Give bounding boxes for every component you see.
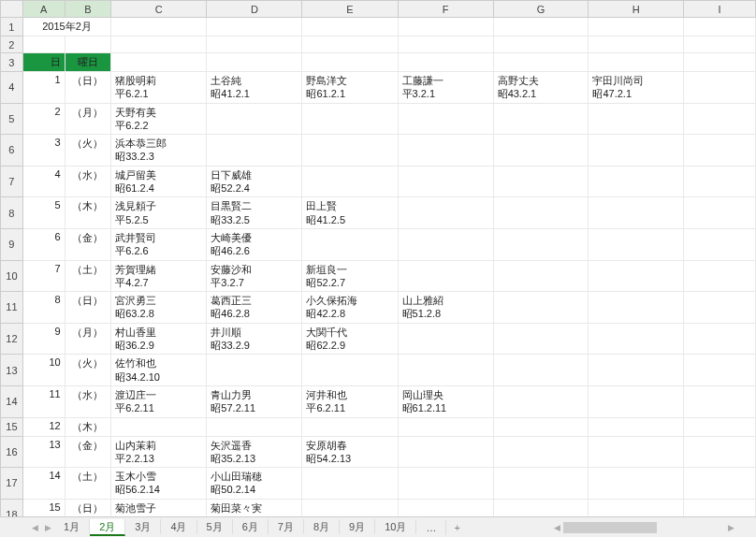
data-cell[interactable]: 高野丈夫 昭43.2.1 bbox=[493, 72, 589, 104]
data-cell[interactable] bbox=[589, 197, 684, 229]
tab-nav-prev[interactable]: ◀ bbox=[28, 523, 41, 532]
data-cell[interactable]: 山上雅紹 昭51.2.8 bbox=[398, 292, 493, 324]
data-cell[interactable] bbox=[398, 197, 493, 229]
row-header[interactable]: 16 bbox=[1, 436, 23, 468]
data-cell[interactable] bbox=[493, 436, 589, 468]
row-header[interactable]: 10 bbox=[1, 260, 23, 292]
data-cell[interactable] bbox=[398, 135, 493, 167]
data-cell[interactable]: 渡辺庄一 平6.2.11 bbox=[111, 385, 207, 417]
sheet-tab[interactable]: 3月 bbox=[125, 519, 161, 534]
data-cell[interactable] bbox=[493, 166, 589, 197]
sheet-tab[interactable]: 2月 bbox=[90, 519, 125, 536]
data-cell[interactable]: 玉木小雪 昭56.2.14 bbox=[111, 468, 207, 500]
row-header[interactable]: 12 bbox=[1, 323, 23, 355]
data-cell[interactable]: 田上賢 昭41.2.5 bbox=[302, 197, 398, 229]
data-cell[interactable] bbox=[398, 166, 493, 197]
data-cell[interactable]: 安藤沙和 平3.2.7 bbox=[207, 260, 302, 292]
header-day[interactable]: 日 bbox=[22, 53, 65, 72]
data-cell[interactable]: 井川順 昭33.2.9 bbox=[207, 323, 302, 355]
data-cell[interactable] bbox=[493, 292, 589, 324]
data-cell[interactable]: 城戸留美 昭61.2.4 bbox=[111, 166, 207, 197]
title-cell[interactable]: 2015年2月 bbox=[22, 18, 110, 36]
weekday-cell[interactable]: （水） bbox=[65, 385, 111, 417]
data-cell[interactable] bbox=[493, 499, 589, 518]
col-header-G[interactable]: G bbox=[493, 1, 589, 18]
sheet-tab[interactable]: 1月 bbox=[54, 519, 90, 534]
data-cell[interactable] bbox=[207, 417, 302, 436]
data-cell[interactable] bbox=[302, 499, 398, 518]
day-cell[interactable]: 12 bbox=[22, 417, 65, 436]
tab-add-icon[interactable]: + bbox=[446, 520, 467, 535]
data-cell[interactable]: 岡山理央 昭61.2.11 bbox=[398, 385, 493, 417]
data-cell[interactable] bbox=[493, 135, 589, 167]
day-cell[interactable]: 5 bbox=[22, 197, 65, 229]
data-cell[interactable] bbox=[302, 468, 398, 500]
data-cell[interactable] bbox=[589, 260, 684, 292]
data-cell[interactable] bbox=[493, 103, 589, 135]
data-cell[interactable] bbox=[589, 323, 684, 355]
day-cell[interactable]: 13 bbox=[22, 436, 65, 468]
data-cell[interactable] bbox=[493, 417, 589, 436]
data-cell[interactable] bbox=[302, 355, 398, 386]
data-cell[interactable] bbox=[589, 166, 684, 197]
weekday-cell[interactable]: （金） bbox=[65, 228, 111, 260]
weekday-cell[interactable]: （木） bbox=[65, 197, 111, 229]
horizontal-scrollbar[interactable]: ◀ ▶ bbox=[550, 518, 737, 537]
data-cell[interactable]: 芳賀理緒 平4.2.7 bbox=[111, 260, 207, 292]
data-cell[interactable]: 佐竹和也 昭34.2.10 bbox=[111, 355, 207, 386]
data-cell[interactable]: 村山香里 昭36.2.9 bbox=[111, 323, 207, 355]
data-cell[interactable] bbox=[207, 355, 302, 386]
data-cell[interactable] bbox=[493, 468, 589, 500]
data-cell[interactable]: 工藤謙一 平3.2.1 bbox=[398, 72, 493, 104]
weekday-cell[interactable]: （月） bbox=[65, 323, 111, 355]
data-cell[interactable]: 天野有美 平6.2.2 bbox=[111, 103, 207, 135]
data-cell[interactable] bbox=[398, 355, 493, 386]
sheet-tab[interactable]: 4月 bbox=[161, 519, 196, 534]
data-cell[interactable]: 宮沢勇三 昭63.2.8 bbox=[111, 292, 207, 324]
spreadsheet-grid[interactable]: A B C D E F G H I 1 2015年2月 2 3 日 曜日 41（… bbox=[0, 0, 756, 518]
data-cell[interactable] bbox=[398, 468, 493, 500]
data-cell[interactable]: 大崎美優 昭46.2.6 bbox=[207, 228, 302, 260]
row-header[interactable]: 2 bbox=[1, 36, 23, 53]
data-cell[interactable] bbox=[398, 260, 493, 292]
col-header-A[interactable]: A bbox=[22, 1, 65, 18]
row-header[interactable]: 15 bbox=[1, 417, 23, 436]
row-header[interactable]: 7 bbox=[1, 166, 23, 197]
data-cell[interactable]: 新垣良一 昭52.2.7 bbox=[302, 260, 398, 292]
row-header[interactable]: 1 bbox=[1, 18, 23, 36]
sheet-tab[interactable]: 6月 bbox=[233, 519, 269, 534]
data-cell[interactable] bbox=[589, 135, 684, 167]
col-header-E[interactable]: E bbox=[302, 1, 398, 18]
data-cell[interactable] bbox=[302, 417, 398, 436]
data-cell[interactable] bbox=[207, 103, 302, 135]
data-cell[interactable] bbox=[493, 323, 589, 355]
data-cell[interactable] bbox=[493, 228, 589, 260]
data-cell[interactable] bbox=[398, 323, 493, 355]
weekday-cell[interactable]: （木） bbox=[65, 417, 111, 436]
data-cell[interactable]: 菊田菜々実 昭30.2.15 bbox=[207, 499, 302, 518]
weekday-cell[interactable]: （日） bbox=[65, 499, 111, 518]
data-cell[interactable]: 日下威雄 昭52.2.4 bbox=[207, 166, 302, 197]
col-header-H[interactable]: H bbox=[589, 1, 684, 18]
col-header-D[interactable]: D bbox=[207, 1, 302, 18]
col-header-B[interactable]: B bbox=[65, 1, 111, 18]
data-cell[interactable] bbox=[493, 197, 589, 229]
data-cell[interactable] bbox=[589, 417, 684, 436]
data-cell[interactable]: 安原胡春 昭54.2.13 bbox=[302, 436, 398, 468]
data-cell[interactable] bbox=[589, 385, 684, 417]
weekday-cell[interactable]: （月） bbox=[65, 103, 111, 135]
data-cell[interactable]: 矢沢遥香 昭35.2.13 bbox=[207, 436, 302, 468]
data-cell[interactable]: 菊池雪子 昭52.2.15 bbox=[111, 499, 207, 518]
sheet-tab[interactable]: 8月 bbox=[304, 519, 340, 534]
data-cell[interactable]: 猪股明莉 平6.2.1 bbox=[111, 72, 207, 104]
data-cell[interactable]: 小山田瑞穂 昭50.2.14 bbox=[207, 468, 302, 500]
data-cell[interactable] bbox=[207, 135, 302, 167]
sheet-tab[interactable]: 10月 bbox=[375, 519, 416, 534]
row-header[interactable]: 8 bbox=[1, 197, 23, 229]
data-cell[interactable] bbox=[398, 228, 493, 260]
day-cell[interactable]: 11 bbox=[22, 385, 65, 417]
data-cell[interactable]: 青山力男 昭57.2.11 bbox=[207, 385, 302, 417]
row-header[interactable]: 6 bbox=[1, 135, 23, 167]
data-cell[interactable]: 野島洋文 昭61.2.1 bbox=[302, 72, 398, 104]
data-cell[interactable] bbox=[398, 417, 493, 436]
